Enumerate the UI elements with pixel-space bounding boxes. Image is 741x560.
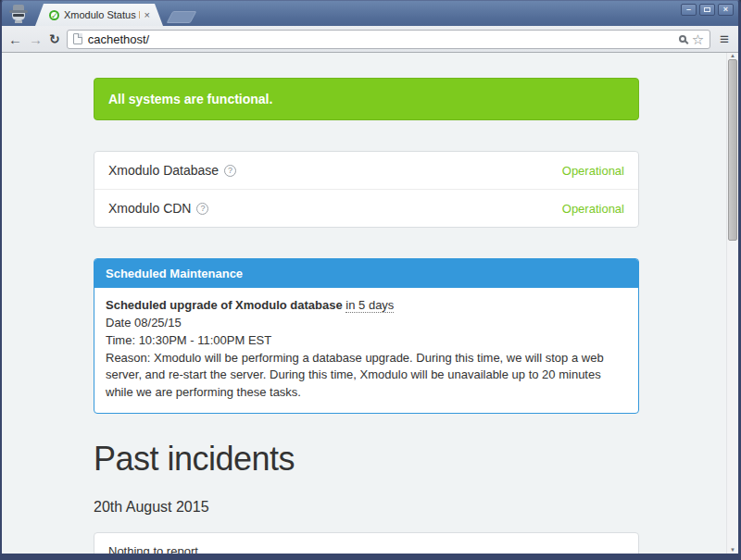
component-name: Xmodulo Database ? xyxy=(108,163,236,178)
reload-button[interactable]: ↻ xyxy=(49,31,60,46)
page-icon xyxy=(73,33,82,44)
tab-close-icon[interactable]: × xyxy=(144,10,150,20)
browser-window: ✓ Xmodulo Status Pag × – × ← → ↻ cacheth… xyxy=(0,0,741,560)
nothing-to-report-panel: Nothing to report xyxy=(94,532,639,554)
maintenance-body: Scheduled upgrade of Xmodulo database in… xyxy=(94,288,638,413)
tab-xmodulo-status[interactable]: ✓ Xmodulo Status Pag × xyxy=(35,4,163,26)
system-status-banner: All systems are functional. xyxy=(94,78,639,120)
menu-icon[interactable]: ≡ xyxy=(717,31,732,47)
tab-title: Xmodulo Status Pag xyxy=(64,9,140,20)
maintenance-title: Scheduled upgrade of Xmodulo database xyxy=(106,298,343,312)
page-content: All systems are functional. Xmodulo Data… xyxy=(2,53,738,554)
past-incidents-heading: Past incidents xyxy=(94,440,639,479)
zoom-icon[interactable] xyxy=(679,35,686,43)
scheduled-maintenance-panel: Scheduled Maintenance Scheduled upgrade … xyxy=(94,258,639,414)
maintenance-header: Scheduled Maintenance xyxy=(94,259,638,288)
component-row-database: Xmodulo Database ? Operational xyxy=(94,152,638,189)
window-controls: – × xyxy=(681,4,734,16)
status-page-container: All systems are functional. Xmodulo Data… xyxy=(94,53,639,554)
maintenance-eta[interactable]: in 5 days xyxy=(345,298,394,313)
system-status-text: All systems are functional. xyxy=(108,92,272,106)
maximize-icon xyxy=(704,7,710,12)
component-status-badge: Operational xyxy=(562,202,624,216)
component-name-text: Xmodulo Database xyxy=(108,163,219,178)
bookmark-star-icon[interactable]: ☆ xyxy=(692,32,704,46)
url-text[interactable]: cachethost/ xyxy=(88,32,150,46)
component-name-text: Xmodulo CDN xyxy=(108,201,191,216)
maintenance-date-line: Date 08/25/15 xyxy=(106,315,627,332)
minimize-icon: – xyxy=(686,5,691,15)
titlebar: ✓ Xmodulo Status Pag × – × xyxy=(2,1,738,26)
components-panel: Xmodulo Database ? Operational Xmodulo C… xyxy=(94,151,639,228)
past-incidents-date: 20th August 2015 xyxy=(94,499,639,516)
close-button[interactable]: × xyxy=(718,4,734,16)
close-icon: × xyxy=(723,5,728,15)
maximize-button[interactable] xyxy=(699,4,715,16)
back-button[interactable]: ← xyxy=(8,32,22,46)
incognito-icon xyxy=(8,5,29,23)
status-check-favicon-icon: ✓ xyxy=(49,10,59,20)
nothing-to-report-text: Nothing to report xyxy=(108,544,198,554)
new-tab-button[interactable] xyxy=(167,11,197,23)
minimize-button[interactable]: – xyxy=(681,4,697,16)
address-bar[interactable]: cachethost/ ☆ xyxy=(67,30,710,49)
maintenance-reason-line: Reason: Xmodulo will be performing a dat… xyxy=(106,350,627,403)
scroll-down-icon[interactable]: ▼ xyxy=(727,547,738,553)
browser-toolbar: ← → ↻ cachethost/ ☆ ≡ xyxy=(2,26,738,53)
component-row-cdn: Xmodulo CDN ? Operational xyxy=(94,189,638,227)
scroll-up-icon[interactable]: ▲ xyxy=(727,53,738,58)
component-status-badge: Operational xyxy=(562,164,624,178)
tab-strip: ✓ Xmodulo Status Pag × xyxy=(35,1,194,26)
help-icon[interactable]: ? xyxy=(196,203,208,215)
help-icon[interactable]: ? xyxy=(224,165,236,177)
vertical-scrollbar[interactable]: ▲ ▼ xyxy=(726,53,738,554)
maintenance-title-line: Scheduled upgrade of Xmodulo database in… xyxy=(106,297,627,315)
forward-button[interactable]: → xyxy=(29,32,43,46)
component-name: Xmodulo CDN ? xyxy=(108,201,208,216)
maintenance-time-line: Time: 10:30PM - 11:00PM EST xyxy=(106,332,627,350)
scrollbar-thumb[interactable] xyxy=(728,59,737,241)
